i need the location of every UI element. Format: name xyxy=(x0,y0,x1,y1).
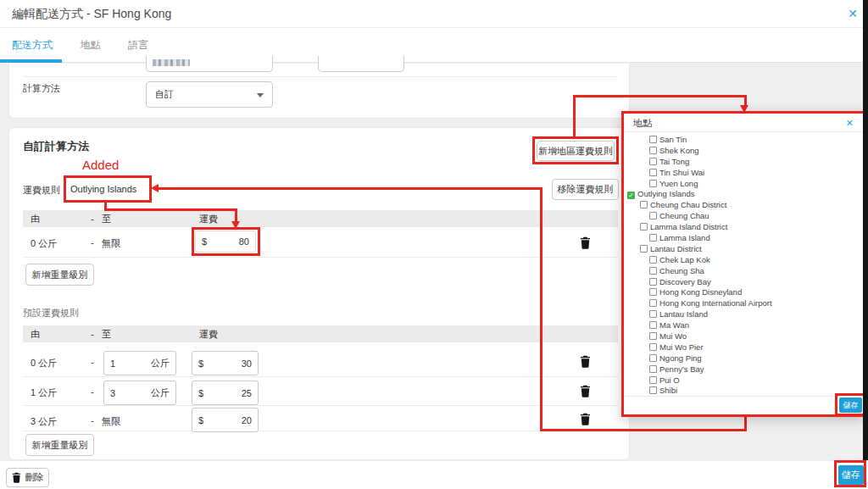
location-list-item[interactable]: Tai Tong xyxy=(624,157,863,168)
tab-shipping-method[interactable]: 配送方式 xyxy=(0,28,64,62)
weight-to-input[interactable] xyxy=(110,388,147,398)
delete-row-button[interactable] xyxy=(580,355,591,370)
location-list-item[interactable]: Penny's Bay xyxy=(624,364,863,375)
rule-name-input[interactable] xyxy=(67,179,148,199)
location-list-item[interactable]: Shek Kong xyxy=(624,146,863,157)
popup-title: 地點 xyxy=(633,114,652,132)
location-list-item[interactable]: ✓Outlying Islands xyxy=(624,189,863,200)
close-icon[interactable]: ✕ xyxy=(848,0,858,28)
location-checkbox[interactable] xyxy=(649,180,657,187)
row-divider xyxy=(23,257,618,258)
location-list-item[interactable]: Lantau District xyxy=(624,244,863,255)
location-list-item[interactable]: Yuen Long xyxy=(624,179,863,190)
delete-button[interactable]: 刪除 xyxy=(6,468,49,487)
location-checkbox[interactable] xyxy=(649,288,657,296)
fee-input[interactable] xyxy=(203,388,252,398)
location-label: Ma Wan xyxy=(659,320,689,330)
location-checkbox[interactable] xyxy=(649,365,657,373)
save-button[interactable]: 儲存 xyxy=(838,465,864,485)
location-list-item[interactable]: Pui O xyxy=(624,375,863,386)
weight-to-input[interactable] xyxy=(110,358,147,369)
row-from: 0 公斤 xyxy=(31,237,57,250)
location-list-item[interactable]: Tin Shui Wai xyxy=(624,168,863,179)
popup-close-icon[interactable]: ✕ xyxy=(846,114,854,132)
tab-location[interactable]: 地點 xyxy=(68,28,112,62)
location-list-item[interactable]: Cheung Chau District xyxy=(624,200,863,211)
location-label: Cheung Chau xyxy=(659,211,709,220)
location-list-item[interactable]: Mui Wo Pier xyxy=(624,342,863,353)
location-checkbox[interactable] xyxy=(649,169,657,176)
location-checkbox[interactable] xyxy=(649,321,657,329)
connector-line xyxy=(540,429,747,431)
trash-icon xyxy=(580,385,591,397)
location-checkbox[interactable] xyxy=(640,201,648,208)
fee-input[interactable] xyxy=(203,358,252,369)
location-label: Pui O xyxy=(659,375,680,385)
connector-line xyxy=(158,187,540,190)
location-list-item[interactable]: Chek Lap Kok xyxy=(624,255,863,266)
location-checkbox[interactable] xyxy=(649,136,657,143)
location-checkbox[interactable] xyxy=(649,147,657,154)
location-list-item[interactable]: Cheung Sha xyxy=(624,266,863,277)
location-checkbox[interactable] xyxy=(649,343,657,351)
location-list-item[interactable]: Cheung Chau xyxy=(624,211,863,222)
location-list-item[interactable]: Hong Kong International Airport xyxy=(624,298,863,309)
location-checkbox[interactable] xyxy=(649,278,657,286)
location-list-item[interactable]: Lamma Island xyxy=(624,233,863,244)
location-checkbox[interactable] xyxy=(649,386,657,394)
location-checkbox[interactable] xyxy=(649,354,657,362)
blurred-text xyxy=(153,59,190,66)
location-list-item[interactable]: Ngong Ping xyxy=(624,353,863,364)
location-checkbox[interactable] xyxy=(640,245,648,253)
location-list-item[interactable]: Shibi xyxy=(624,386,863,396)
location-checkbox[interactable] xyxy=(640,223,648,231)
location-list-item[interactable]: Lantau Island xyxy=(624,309,863,320)
row-dash: - xyxy=(91,386,94,397)
location-list-item[interactable]: Ma Wan xyxy=(624,320,863,331)
location-checkbox[interactable] xyxy=(649,376,657,384)
location-list-item[interactable]: Discovery Bay xyxy=(624,277,863,288)
add-weight-tier-button[interactable]: 新增重量級別 xyxy=(25,264,94,286)
location-checkbox[interactable] xyxy=(649,267,657,275)
location-list-item[interactable]: San Tin xyxy=(624,135,863,146)
location-checkbox[interactable] xyxy=(649,332,657,340)
location-checkbox[interactable] xyxy=(649,310,657,318)
edit-shipping-dialog: 編輯配送方式 - SF Hong Kong ✕ 配送方式 地點 語言 計算方法 … xyxy=(0,0,868,489)
vertical-scrollbar[interactable] xyxy=(863,0,868,460)
location-list-item[interactable]: Lamma Island District xyxy=(624,222,863,233)
location-list-item[interactable]: Hong Kong Disneyland xyxy=(624,287,863,298)
location-checkbox[interactable] xyxy=(649,212,657,219)
scrolled-cut-input-2[interactable] xyxy=(318,56,404,72)
location-checkbox[interactable]: ✓ xyxy=(627,192,635,199)
location-checkbox[interactable] xyxy=(649,256,657,264)
custom-table-header: 由 - 至 運費 xyxy=(23,210,618,227)
location-list-item[interactable]: Mui Wo xyxy=(624,331,863,342)
row-dash: - xyxy=(91,237,94,247)
delete-row-button[interactable] xyxy=(580,236,591,252)
calc-method-select[interactable]: 自訂 xyxy=(146,81,273,108)
location-checkbox[interactable] xyxy=(649,234,657,242)
row-dash: - xyxy=(91,357,94,367)
annotation-box-fee xyxy=(192,227,260,256)
location-label: Shibi xyxy=(659,386,677,395)
weight-to-field: 公斤 xyxy=(103,351,176,375)
annotation-box-add-region xyxy=(532,136,619,164)
location-checkbox[interactable] xyxy=(649,299,657,307)
row-from: 0 公斤 xyxy=(31,357,57,370)
location-label: Penny's Bay xyxy=(659,364,704,374)
col-dash: - xyxy=(91,325,94,342)
location-label: Ngong Ping xyxy=(659,353,702,363)
popup-header: 地點 ✕ xyxy=(624,114,863,132)
fee-input[interactable] xyxy=(203,415,252,425)
add-weight-tier-button[interactable]: 新增重量級別 xyxy=(25,434,94,456)
connector-line xyxy=(573,95,747,97)
location-checkbox[interactable] xyxy=(649,158,657,165)
delete-row-button[interactable] xyxy=(580,385,591,400)
unit-label: 公斤 xyxy=(147,386,170,399)
connector-line xyxy=(104,208,237,211)
unit-label: 公斤 xyxy=(147,357,170,370)
fee-field: $ xyxy=(192,408,259,432)
remove-rule-button[interactable]: 移除運費規則 xyxy=(552,179,619,200)
delete-row-button[interactable] xyxy=(580,413,591,428)
popup-save-button[interactable]: 儲存 xyxy=(839,397,862,413)
